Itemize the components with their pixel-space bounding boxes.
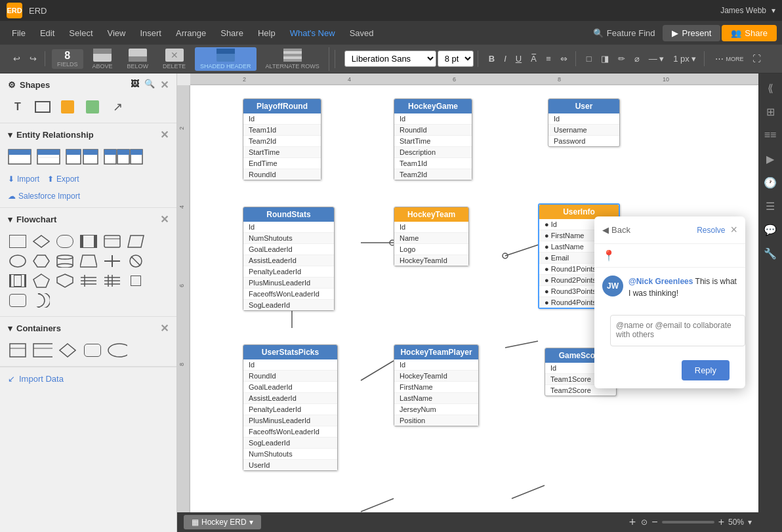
zoom-target-icon[interactable]: ⊙ (641, 518, 648, 527)
resolve-button[interactable]: Resolve (697, 226, 725, 235)
format-button[interactable]: ≡≡ (761, 126, 779, 144)
import-data-button[interactable]: ↙ Import Data (0, 367, 176, 390)
search-icon[interactable]: 🔍 (144, 79, 155, 91)
fullscreen-button[interactable]: ⛶ (749, 51, 765, 66)
reply-button[interactable]: Reply (682, 360, 730, 380)
underline-button[interactable]: U (512, 51, 525, 66)
hockey-game-table[interactable]: HockeyGame Id RoundId StartTime Descript… (394, 98, 472, 180)
hockey-team-table[interactable]: HockeyTeam Id Name Logo HockeyTeamId (394, 207, 469, 266)
font-color-button[interactable]: A̅ (527, 51, 541, 66)
canvas-area[interactable]: 2 4 6 8 10 2 4 6 8 (177, 73, 758, 532)
shaded-header-button[interactable]: SHADED HEADER (195, 47, 257, 71)
redo-button[interactable]: ↪ (26, 51, 41, 66)
flowchart-close[interactable]: ✕ (160, 213, 169, 226)
fc-diamond[interactable] (31, 234, 51, 249)
collapse-right-button[interactable]: ⟪ (761, 79, 779, 97)
connection-button[interactable]: ⌀ (630, 51, 644, 66)
font-family-select[interactable]: Liberation Sans (344, 51, 436, 67)
pages-button[interactable]: ⊞ (761, 102, 779, 121)
fc-rounded-small[interactable] (8, 293, 28, 308)
share-button[interactable]: 👥 Share (722, 25, 777, 41)
fc-subroutine[interactable] (8, 273, 28, 289)
menu-insert[interactable]: Insert (133, 26, 168, 41)
flowchart-header[interactable]: ▾ Flowchart ✕ (0, 208, 176, 231)
font-size-select[interactable]: 8 pt (438, 51, 474, 67)
zoom-in-button[interactable]: + (718, 516, 724, 528)
er-table-3[interactable] (66, 149, 98, 167)
line-style-button[interactable]: — ▾ (645, 51, 669, 66)
present-right-button[interactable]: ▶ (761, 150, 779, 168)
more-button[interactable]: ⋯MORE (711, 51, 747, 66)
er-close[interactable]: ✕ (160, 129, 169, 141)
fc-pentagon[interactable] (31, 273, 51, 289)
menu-view[interactable]: View (101, 26, 133, 41)
text-shape[interactable]: T (8, 99, 28, 115)
present-button[interactable]: ▶ Present (663, 25, 720, 41)
fc-process[interactable] (79, 234, 98, 249)
user-stats-picks-table[interactable]: UserStatsPicks Id RoundId GoalLeaderId A… (243, 344, 338, 471)
fc-storage[interactable] (102, 234, 122, 249)
fc-xmark[interactable] (126, 253, 146, 269)
menu-help[interactable]: Help (251, 26, 282, 41)
text-direction-button[interactable]: ⇔ (556, 51, 571, 66)
shapes-close[interactable]: ✕ (160, 79, 169, 91)
fc-cross[interactable] (102, 253, 122, 269)
menu-edit[interactable]: Edit (33, 26, 61, 41)
fc-rect[interactable] (8, 234, 28, 249)
export-button[interactable]: ⬆ Export (47, 174, 79, 184)
user-table[interactable]: User Id Username Password (548, 98, 620, 147)
diagram-area[interactable]: PlayoffRound Id Team1Id Team2Id StartTim… (190, 85, 758, 512)
er-table-2[interactable] (37, 149, 60, 167)
note-shape[interactable] (58, 99, 77, 115)
close-button[interactable]: × (730, 223, 737, 237)
fc-list1[interactable] (79, 273, 98, 289)
fc-trapezoid[interactable] (79, 253, 98, 269)
fc-list2[interactable] (102, 273, 122, 289)
fc-rounded[interactable] (55, 234, 75, 249)
back-button[interactable]: ◀ Back (602, 225, 697, 235)
undo-button[interactable]: ↩ (9, 51, 24, 66)
fc-oval[interactable] (8, 253, 28, 269)
fc-crescent[interactable] (31, 293, 51, 308)
arrow-shape[interactable]: ↗ (108, 99, 127, 115)
fc-parallelogram[interactable] (126, 234, 146, 249)
fc-shield[interactable] (55, 273, 75, 289)
hockey-team-player-table[interactable]: HockeyTeamPlayer Id HockeyTeamId FirstNa… (394, 344, 479, 426)
containers-close[interactable]: ✕ (160, 322, 169, 335)
feature-find-button[interactable]: 🔍 Feature Find (586, 26, 662, 41)
italic-button[interactable]: I (500, 51, 510, 66)
salesforce-import-button[interactable]: ☁ Salesforce Import (8, 192, 169, 201)
menu-whats-new[interactable]: What's New (283, 26, 342, 41)
playoff-round-table[interactable]: PlayoffRound Id Team1Id Team2Id StartTim… (243, 98, 321, 180)
containers-header[interactable]: ▾ Containers ✕ (0, 317, 176, 340)
above-button[interactable]: ABOVE (87, 47, 118, 71)
rect-shape[interactable] (33, 99, 52, 115)
bold-button[interactable]: B (485, 51, 499, 66)
er-header[interactable]: ▾ Entity Relationship ✕ (0, 123, 176, 146)
container-rounded-rect[interactable] (83, 342, 102, 358)
shapes-header[interactable]: ⚙ Shapes 🖼 🔍 ✕ (0, 73, 176, 96)
comments-button[interactable]: 💬 (761, 220, 779, 239)
shape-border-button[interactable]: □ (583, 51, 596, 66)
fc-hexagon[interactable] (31, 253, 51, 269)
fields-counter[interactable]: 8 FIELDS (52, 49, 83, 69)
container-vertical[interactable] (8, 342, 28, 358)
fill-color-button[interactable]: ◨ (597, 51, 613, 66)
green-shape[interactable] (83, 99, 102, 115)
alternate-rows-button[interactable]: ALTERNATE ROWS (260, 47, 325, 71)
container-oval[interactable] (108, 342, 127, 358)
align-left-button[interactable]: ≡ (542, 51, 555, 66)
container-horizontal[interactable] (33, 342, 52, 358)
er-table-1[interactable] (8, 149, 31, 167)
line-width-button[interactable]: 1 px ▾ (669, 51, 700, 66)
image-icon[interactable]: 🖼 (131, 79, 139, 91)
reply-input[interactable] (610, 315, 745, 346)
er-table-4[interactable] (104, 149, 143, 167)
menu-select[interactable]: Select (62, 26, 99, 41)
diagram-tab-hockey-erd[interactable]: ▦ Hockey ERD ▾ (184, 515, 261, 529)
history-button[interactable]: 🕐 (761, 173, 779, 192)
menu-share[interactable]: Share (214, 26, 250, 41)
below-button[interactable]: BELOW (122, 47, 154, 71)
zoom-out-button[interactable]: − (651, 516, 657, 528)
layers-button[interactable]: ☰ (761, 197, 779, 215)
